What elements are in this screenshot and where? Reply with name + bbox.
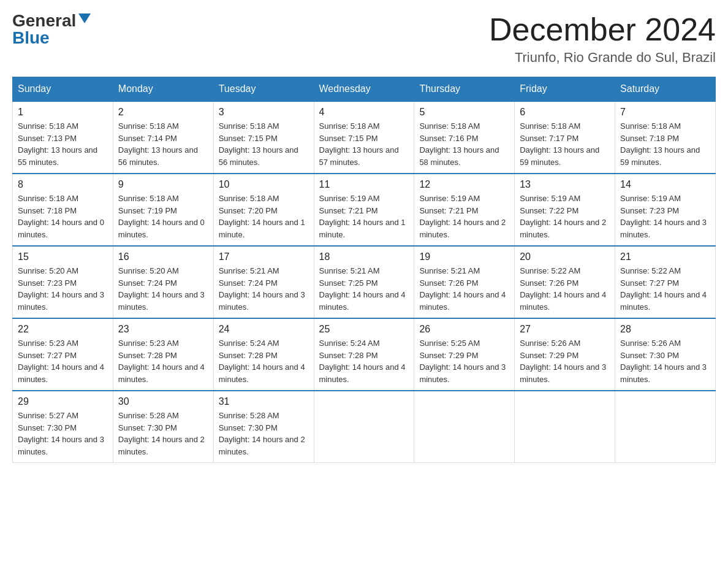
day-number: 24	[219, 324, 309, 335]
day-number: 1	[18, 107, 108, 118]
table-row: 7Sunrise: 5:18 AMSunset: 7:18 PMDaylight…	[615, 101, 716, 174]
table-row: 27Sunrise: 5:26 AMSunset: 7:29 PMDayligh…	[515, 318, 615, 391]
day-number: 3	[219, 107, 309, 118]
day-number: 25	[319, 324, 409, 335]
day-info: Sunrise: 5:18 AMSunset: 7:17 PMDaylight:…	[520, 120, 610, 168]
day-number: 2	[118, 107, 208, 118]
table-row: 23Sunrise: 5:23 AMSunset: 7:28 PMDayligh…	[113, 318, 213, 391]
table-row: 17Sunrise: 5:21 AMSunset: 7:24 PMDayligh…	[213, 246, 314, 318]
day-number: 15	[18, 251, 108, 262]
table-row: 10Sunrise: 5:18 AMSunset: 7:20 PMDayligh…	[213, 174, 314, 246]
day-number: 16	[118, 251, 208, 262]
weekday-header-thursday: Thursday	[414, 77, 515, 102]
table-row: 30Sunrise: 5:28 AMSunset: 7:30 PMDayligh…	[113, 391, 213, 463]
day-number: 30	[118, 396, 208, 407]
day-info: Sunrise: 5:18 AMSunset: 7:16 PMDaylight:…	[419, 120, 509, 168]
table-row: 8Sunrise: 5:18 AMSunset: 7:18 PMDaylight…	[13, 174, 113, 246]
day-info: Sunrise: 5:18 AMSunset: 7:20 PMDaylight:…	[219, 193, 309, 240]
day-info: Sunrise: 5:18 AMSunset: 7:18 PMDaylight:…	[620, 120, 710, 168]
day-number: 27	[520, 324, 610, 335]
day-number: 10	[219, 179, 309, 190]
table-row: 13Sunrise: 5:19 AMSunset: 7:22 PMDayligh…	[515, 174, 615, 246]
day-info: Sunrise: 5:19 AMSunset: 7:21 PMDaylight:…	[319, 193, 409, 240]
day-info: Sunrise: 5:27 AMSunset: 7:30 PMDaylight:…	[18, 410, 108, 458]
weekday-header-saturday: Saturday	[615, 77, 716, 102]
week-row-3: 15Sunrise: 5:20 AMSunset: 7:23 PMDayligh…	[13, 246, 716, 318]
table-row: 24Sunrise: 5:24 AMSunset: 7:28 PMDayligh…	[213, 318, 314, 391]
table-row	[414, 391, 515, 463]
weekday-header-sunday: Sunday	[13, 77, 113, 102]
day-number: 26	[419, 324, 509, 335]
header: General Blue December 2024 Triunfo, Rio …	[12, 12, 716, 66]
location-title: Triunfo, Rio Grande do Sul, Brazil	[489, 50, 716, 66]
day-info: Sunrise: 5:18 AMSunset: 7:14 PMDaylight:…	[118, 120, 208, 168]
logo-triangle-icon	[78, 13, 91, 23]
month-title: December 2024	[489, 12, 716, 47]
weekday-header-monday: Monday	[113, 77, 213, 102]
day-info: Sunrise: 5:22 AMSunset: 7:27 PMDaylight:…	[620, 265, 710, 313]
day-info: Sunrise: 5:21 AMSunset: 7:25 PMDaylight:…	[319, 265, 409, 313]
day-number: 21	[620, 251, 710, 262]
day-number: 31	[219, 396, 309, 407]
day-number: 14	[620, 179, 710, 190]
day-info: Sunrise: 5:26 AMSunset: 7:29 PMDaylight:…	[520, 337, 610, 385]
day-info: Sunrise: 5:26 AMSunset: 7:30 PMDaylight:…	[620, 337, 710, 385]
day-info: Sunrise: 5:19 AMSunset: 7:23 PMDaylight:…	[620, 193, 710, 240]
week-row-1: 1Sunrise: 5:18 AMSunset: 7:13 PMDaylight…	[13, 101, 716, 174]
logo: General Blue	[12, 12, 91, 47]
table-row: 26Sunrise: 5:25 AMSunset: 7:29 PMDayligh…	[414, 318, 515, 391]
table-row	[314, 391, 414, 463]
day-number: 12	[419, 179, 509, 190]
table-row: 25Sunrise: 5:24 AMSunset: 7:28 PMDayligh…	[314, 318, 414, 391]
day-number: 9	[118, 179, 208, 190]
day-number: 20	[520, 251, 610, 262]
calendar-table: SundayMondayTuesdayWednesdayThursdayFrid…	[12, 77, 716, 463]
day-info: Sunrise: 5:28 AMSunset: 7:30 PMDaylight:…	[118, 410, 208, 458]
table-row: 5Sunrise: 5:18 AMSunset: 7:16 PMDaylight…	[414, 101, 515, 174]
day-info: Sunrise: 5:21 AMSunset: 7:24 PMDaylight:…	[219, 265, 309, 313]
title-area: December 2024 Triunfo, Rio Grande do Sul…	[489, 12, 716, 66]
day-info: Sunrise: 5:18 AMSunset: 7:18 PMDaylight:…	[18, 193, 108, 240]
table-row: 6Sunrise: 5:18 AMSunset: 7:17 PMDaylight…	[515, 101, 615, 174]
table-row: 9Sunrise: 5:18 AMSunset: 7:19 PMDaylight…	[113, 174, 213, 246]
day-number: 8	[18, 179, 108, 190]
day-number: 17	[219, 251, 309, 262]
week-row-4: 22Sunrise: 5:23 AMSunset: 7:27 PMDayligh…	[13, 318, 716, 391]
table-row: 16Sunrise: 5:20 AMSunset: 7:24 PMDayligh…	[113, 246, 213, 318]
weekday-header-wednesday: Wednesday	[314, 77, 414, 102]
day-info: Sunrise: 5:18 AMSunset: 7:15 PMDaylight:…	[319, 120, 409, 168]
day-info: Sunrise: 5:18 AMSunset: 7:19 PMDaylight:…	[118, 193, 208, 240]
day-info: Sunrise: 5:28 AMSunset: 7:30 PMDaylight:…	[219, 410, 309, 458]
table-row: 2Sunrise: 5:18 AMSunset: 7:14 PMDaylight…	[113, 101, 213, 174]
day-info: Sunrise: 5:23 AMSunset: 7:27 PMDaylight:…	[18, 337, 108, 385]
day-number: 22	[18, 324, 108, 335]
day-info: Sunrise: 5:19 AMSunset: 7:21 PMDaylight:…	[419, 193, 509, 240]
table-row: 31Sunrise: 5:28 AMSunset: 7:30 PMDayligh…	[213, 391, 314, 463]
weekday-header-tuesday: Tuesday	[213, 77, 314, 102]
table-row: 22Sunrise: 5:23 AMSunset: 7:27 PMDayligh…	[13, 318, 113, 391]
table-row	[515, 391, 615, 463]
day-number: 23	[118, 324, 208, 335]
day-number: 4	[319, 107, 409, 118]
day-info: Sunrise: 5:18 AMSunset: 7:15 PMDaylight:…	[219, 120, 309, 168]
table-row: 3Sunrise: 5:18 AMSunset: 7:15 PMDaylight…	[213, 101, 314, 174]
week-row-5: 29Sunrise: 5:27 AMSunset: 7:30 PMDayligh…	[13, 391, 716, 463]
day-info: Sunrise: 5:18 AMSunset: 7:13 PMDaylight:…	[18, 120, 108, 168]
table-row: 20Sunrise: 5:22 AMSunset: 7:26 PMDayligh…	[515, 246, 615, 318]
table-row: 29Sunrise: 5:27 AMSunset: 7:30 PMDayligh…	[13, 391, 113, 463]
day-info: Sunrise: 5:25 AMSunset: 7:29 PMDaylight:…	[419, 337, 509, 385]
table-row: 21Sunrise: 5:22 AMSunset: 7:27 PMDayligh…	[615, 246, 716, 318]
day-number: 19	[419, 251, 509, 262]
day-number: 29	[18, 396, 108, 407]
weekday-header-row: SundayMondayTuesdayWednesdayThursdayFrid…	[13, 77, 716, 102]
table-row: 4Sunrise: 5:18 AMSunset: 7:15 PMDaylight…	[314, 101, 414, 174]
day-info: Sunrise: 5:22 AMSunset: 7:26 PMDaylight:…	[520, 265, 610, 313]
table-row: 28Sunrise: 5:26 AMSunset: 7:30 PMDayligh…	[615, 318, 716, 391]
table-row: 18Sunrise: 5:21 AMSunset: 7:25 PMDayligh…	[314, 246, 414, 318]
logo-blue-text: Blue	[12, 29, 50, 47]
day-info: Sunrise: 5:24 AMSunset: 7:28 PMDaylight:…	[319, 337, 409, 385]
day-number: 18	[319, 251, 409, 262]
table-row: 11Sunrise: 5:19 AMSunset: 7:21 PMDayligh…	[314, 174, 414, 246]
table-row: 14Sunrise: 5:19 AMSunset: 7:23 PMDayligh…	[615, 174, 716, 246]
day-info: Sunrise: 5:24 AMSunset: 7:28 PMDaylight:…	[219, 337, 309, 385]
